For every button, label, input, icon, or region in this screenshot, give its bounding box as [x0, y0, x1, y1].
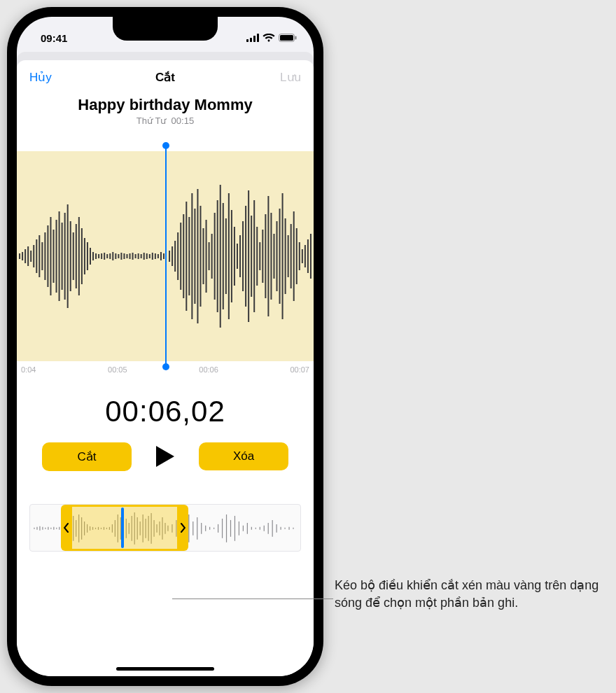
- playhead[interactable]: [165, 146, 167, 367]
- chevron-right-icon: [180, 523, 186, 533]
- tick: 00:05: [108, 365, 127, 374]
- status-right: [246, 32, 297, 44]
- tick: 00:06: [199, 365, 218, 374]
- play-icon: [155, 444, 176, 468]
- tick: 0:04: [21, 365, 36, 374]
- callout-leader-line: [172, 598, 333, 599]
- trim-overview[interactable]: [29, 504, 301, 552]
- trim-playhead[interactable]: [121, 507, 124, 548]
- edit-sheet: Hủy Cắt Lưu Happy birthday Mommy Thứ Tư …: [17, 60, 314, 676]
- svg-rect-1: [250, 38, 252, 42]
- svg-rect-2: [253, 36, 255, 42]
- callout-text: Kéo bộ điều khiển cắt xén màu vàng trên …: [335, 577, 608, 612]
- nav-title: Cắt: [17, 70, 314, 85]
- svg-rect-3: [257, 34, 259, 42]
- cancel-button[interactable]: Hủy: [29, 70, 52, 85]
- battery-icon: [279, 32, 297, 44]
- delete-button[interactable]: Xóa: [199, 442, 288, 470]
- tick: 00:07: [290, 365, 309, 374]
- trim-handle-left[interactable]: [61, 505, 72, 551]
- nav-bar: Hủy Cắt Lưu: [17, 60, 314, 90]
- chevron-left-icon: [64, 523, 69, 533]
- wifi-icon: [262, 32, 275, 44]
- save-button[interactable]: Lưu: [280, 70, 301, 85]
- phone-frame: 09:41 Hủy Cắt Lưu Happy birt: [7, 7, 323, 686]
- status-time: 09:41: [41, 32, 67, 44]
- home-indicator[interactable]: [116, 667, 214, 671]
- trim-handle-right[interactable]: [177, 505, 188, 551]
- recording-subtitle: Thứ Tư 00:15: [17, 115, 314, 126]
- controls-row: Cắt Xóa: [17, 441, 314, 472]
- recording-title: Happy birthday Mommy: [17, 96, 314, 114]
- svg-rect-0: [246, 39, 248, 42]
- trim-selection[interactable]: [72, 505, 177, 551]
- trim-button[interactable]: Cắt: [42, 442, 132, 471]
- play-button[interactable]: [150, 441, 181, 472]
- screen: 09:41 Hủy Cắt Lưu Happy birt: [17, 17, 314, 676]
- svg-rect-6: [295, 36, 297, 39]
- cellular-icon: [246, 32, 259, 44]
- waveform-main[interactable]: [17, 151, 314, 361]
- timecode: 00:06,02: [17, 395, 314, 428]
- svg-rect-5: [280, 35, 293, 41]
- notch: [113, 17, 218, 41]
